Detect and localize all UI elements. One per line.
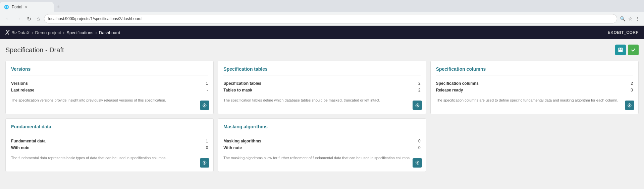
card-title: Specification columns <box>436 66 633 75</box>
card-settings-button[interactable] <box>413 158 422 168</box>
card-stats: Fundamental data 1 With note 0 <box>11 138 208 151</box>
page-actions <box>615 45 639 55</box>
card-description: The specification tables define which da… <box>223 98 420 103</box>
card-description: The specification columns are used to de… <box>436 98 633 103</box>
svg-point-7 <box>417 162 418 164</box>
stat-value: 2 <box>631 81 633 86</box>
forward-button[interactable]: → <box>15 15 23 22</box>
card-fundamental-data: Fundamental data Fundamental data 1 With… <box>5 118 214 172</box>
stat-row: With note 0 <box>223 144 420 151</box>
card-description: The masking algorithms allow for further… <box>223 155 420 161</box>
stat-label: With note <box>223 145 242 150</box>
card-settings-button[interactable] <box>625 101 634 110</box>
home-button[interactable]: ⌂ <box>35 15 41 22</box>
gear-icon <box>202 161 207 165</box>
stat-label: Last release <box>11 88 34 92</box>
card-description: The fundamental data represents basic ty… <box>11 155 208 161</box>
card-title: Fundamental data <box>11 124 208 133</box>
card-settings-button[interactable] <box>200 158 209 168</box>
svg-rect-1 <box>620 48 622 50</box>
gear-icon <box>415 103 420 108</box>
card-specification-columns: Specification columns Specification colu… <box>430 61 639 114</box>
card-title: Specification tables <box>223 66 420 75</box>
tab-title: Portal <box>12 5 22 9</box>
card-stats: Specification columns 2 Release ready 0 <box>436 80 633 93</box>
browser-tab[interactable]: 🌐 Portal × <box>0 2 54 12</box>
card-title: Masking algorithms <box>223 124 420 133</box>
back-button[interactable]: ← <box>4 15 12 22</box>
gear-icon <box>627 103 632 108</box>
stat-row: Fundamental data 1 <box>11 138 208 144</box>
page-header: Specification - Draft <box>5 45 639 55</box>
card-stats: Specification tables 2 Tables to mask 2 <box>223 80 420 93</box>
stat-value: 1 <box>206 139 208 143</box>
stat-value: - <box>207 88 208 92</box>
menu-icon: ⋮ <box>635 16 640 21</box>
stat-row: Masking algorithms 0 <box>223 138 420 144</box>
stat-value: 0 <box>631 88 633 92</box>
stat-row: Specification columns 2 <box>436 80 633 87</box>
address-input[interactable] <box>44 14 617 23</box>
card-versions: Versions Versions 1 Last release - The s… <box>5 61 214 114</box>
tab-bar: 🌐 Portal × + <box>0 0 644 12</box>
stat-label: Tables to mask <box>223 88 252 92</box>
stat-label: Specification columns <box>436 81 479 86</box>
cards-grid: Versions Versions 1 Last release - The s… <box>5 61 639 172</box>
main-content: Specification - Draft Versions Versions … <box>0 39 644 189</box>
card-stats: Masking algorithms 0 With note 0 <box>223 138 420 151</box>
breadcrumb-sep-3: › <box>95 30 97 35</box>
breadcrumb-sep-2: › <box>63 30 64 35</box>
svg-rect-2 <box>619 50 622 52</box>
app-logo: X <box>5 29 9 36</box>
browser-icons: 🔍 ☆ ⋮ <box>620 16 640 21</box>
breadcrumb-sep-1: › <box>32 30 33 35</box>
checkmark-icon <box>631 48 636 52</box>
card-settings-button[interactable] <box>413 101 422 110</box>
stat-row: Last release - <box>11 87 208 93</box>
svg-point-4 <box>417 105 418 106</box>
address-bar: ← → ↻ ⌂ 🔍 ☆ ⋮ <box>0 12 644 25</box>
stat-row: Specification tables 2 <box>223 80 420 87</box>
bookmark-icon: ☆ <box>628 16 633 21</box>
stat-value: 0 <box>206 145 208 150</box>
user-info: EKOBIT_CORP <box>608 30 639 35</box>
stat-label: Masking algorithms <box>223 139 261 143</box>
stat-value: 2 <box>418 88 421 92</box>
reload-button[interactable]: ↻ <box>25 15 33 23</box>
gear-icon <box>415 161 420 165</box>
stat-row: Versions 1 <box>11 80 208 87</box>
stat-label: Release ready <box>436 88 463 92</box>
stat-label: Versions <box>11 81 28 86</box>
save-icon <box>618 47 623 53</box>
stat-value: 0 <box>418 139 421 143</box>
stat-value: 2 <box>418 81 421 86</box>
app-nav: X BizDataX › Demo project › Specificatio… <box>0 26 644 39</box>
stat-label: Fundamental data <box>11 139 46 143</box>
stat-label: Specification tables <box>223 81 261 86</box>
browser-chrome: 🌐 Portal × + ← → ↻ ⌂ 🔍 ☆ ⋮ <box>0 0 644 26</box>
stat-row: With note 0 <box>11 144 208 151</box>
stat-value: 0 <box>418 145 421 150</box>
svg-point-3 <box>204 105 205 106</box>
breadcrumb-dashboard[interactable]: Dashboard <box>99 30 120 35</box>
svg-point-5 <box>629 105 630 106</box>
breadcrumb-specifications[interactable]: Specifications <box>66 30 93 35</box>
new-tab-button[interactable]: + <box>54 4 63 11</box>
breadcrumb-bizdatax[interactable]: BizDataX <box>11 30 30 35</box>
tab-favicon: 🌐 <box>4 5 9 9</box>
card-empty-placeholder <box>430 118 639 172</box>
stat-label: With note <box>11 145 30 150</box>
card-masking-algorithms: Masking algorithms Masking algorithms 0 … <box>218 118 426 172</box>
tab-close-button[interactable]: × <box>25 5 28 9</box>
save-button[interactable] <box>615 45 626 55</box>
card-description: The specification versions provide insig… <box>11 98 208 103</box>
stat-value: 1 <box>206 81 208 86</box>
stat-row: Tables to mask 2 <box>223 87 420 93</box>
gear-icon <box>202 103 207 108</box>
nav-left: X BizDataX › Demo project › Specificatio… <box>5 29 120 36</box>
breadcrumb-demo-project[interactable]: Demo project <box>35 30 61 35</box>
card-specification-tables: Specification tables Specification table… <box>218 61 426 114</box>
card-settings-button[interactable] <box>200 101 209 110</box>
confirm-button[interactable] <box>628 45 639 55</box>
card-stats: Versions 1 Last release - <box>11 80 208 93</box>
